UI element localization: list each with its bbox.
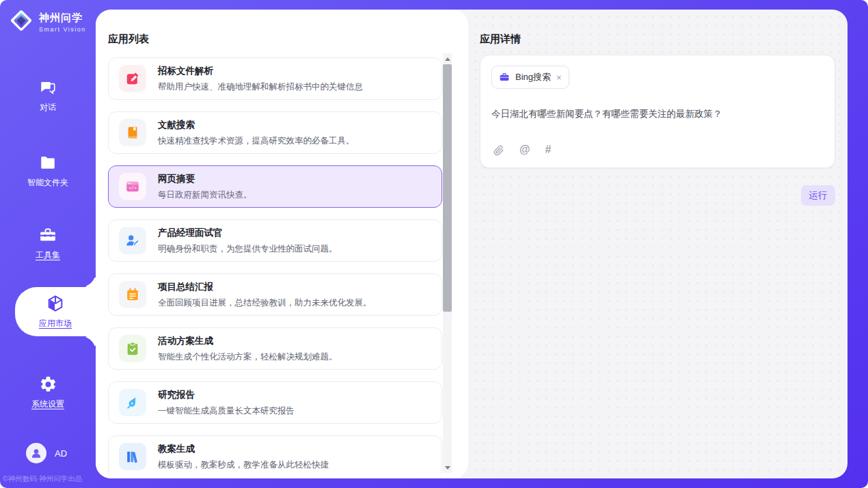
- sidebar-item-label: 对话: [40, 102, 56, 113]
- app-list-item[interactable]: 产品经理面试官 明确身份和职责，为您提供专业性的面试问题。: [108, 219, 442, 262]
- app-name: 文献搜索: [158, 119, 355, 131]
- copyright: ©神州数码·神州问学出品: [3, 474, 82, 484]
- clipboard-check-icon: [119, 335, 146, 362]
- sidebar-item-smart-folder[interactable]: 智能文件夹: [0, 146, 96, 195]
- sidebar-item-label: 应用市场: [39, 318, 72, 329]
- app-description: 智能生成个性化活动方案，轻松解决规划难题。: [158, 351, 338, 363]
- chat-icon: [38, 78, 57, 97]
- app-name: 教案生成: [158, 443, 329, 455]
- scrollbar-thumb[interactable]: [443, 64, 452, 312]
- run-button[interactable]: 运行: [801, 185, 835, 206]
- sidebar-item-app-market[interactable]: 应用市场: [15, 287, 96, 336]
- sidebar-item-label: 智能文件夹: [27, 177, 68, 189]
- scroll-down-button[interactable]: [443, 463, 452, 472]
- toolbox-icon: [38, 226, 57, 245]
- app-description: 模板驱动，教案秒成，教学准备从此轻松快捷: [158, 459, 329, 471]
- ink-pen-icon: [119, 389, 146, 416]
- sidebar-item-settings[interactable]: 系统设置: [0, 368, 96, 417]
- app-description: 每日政府新闻资讯快查。: [158, 189, 252, 201]
- app-list-panel: 应用列表 招标文件解析 帮助用户快速、准确地理解和解析招标书中的关键信息 文献搜…: [96, 10, 468, 478]
- folder-icon: [38, 153, 57, 172]
- interviewer-icon: [119, 227, 146, 254]
- app-name: 网页摘要: [158, 173, 252, 185]
- user-account[interactable]: AD: [26, 443, 67, 463]
- user-name: AD: [55, 448, 67, 459]
- avatar[interactable]: [26, 443, 46, 463]
- app-detail-panel: 应用详情 Bing搜索 × 今日湖北有哪些新闻要点？有哪些需要关注的最新政策？ …: [468, 10, 847, 478]
- hash-icon[interactable]: #: [545, 144, 552, 156]
- scroll-up-button[interactable]: [443, 55, 452, 63]
- app-detail-title: 应用详情: [480, 33, 847, 46]
- app-description: 帮助用户快速、准确地理解和解析招标书中的关键信息: [158, 81, 363, 93]
- app-name: 产品经理面试官: [158, 227, 338, 239]
- cube-icon: [46, 294, 65, 313]
- app-list-item[interactable]: 招标文件解析 帮助用户快速、准确地理解和解析招标书中的关键信息: [108, 57, 442, 100]
- triangle-up-icon: [445, 57, 450, 61]
- sidebar-nav: 对话 智能文件夹 工具集 应用市场 系统设置: [0, 0, 96, 488]
- app-list-item[interactable]: 项目总结汇报 全面回顾项目进展，总结经验教训，助力未来优化发展。: [108, 273, 442, 316]
- app-name: 招标文件解析: [158, 65, 363, 77]
- sidebar-item-toolset[interactable]: 工具集: [0, 219, 96, 268]
- app-list-title: 应用列表: [108, 33, 468, 46]
- query-composer[interactable]: Bing搜索 × 今日湖北有哪些新闻要点？有哪些需要关注的最新政策？ @#: [480, 55, 835, 168]
- attachment-toolbar: @#: [493, 144, 552, 156]
- app-description: 一键智能生成高质量长文本研究报告: [158, 405, 295, 417]
- doc-edit-icon: [119, 65, 146, 92]
- app-list-item[interactable]: 活动方案生成 智能生成个性化活动方案，轻松解决规划难题。: [108, 327, 442, 370]
- sidebar-item-label: 系统设置: [31, 398, 64, 410]
- sidebar-item-dialog[interactable]: 对话: [0, 71, 96, 120]
- app-window: 神州问学 Smart Vision 对话 智能文件夹 工具集 应用市场 系统设置…: [0, 0, 868, 488]
- svg-text:</>: </>: [128, 185, 137, 191]
- app-name: 活动方案生成: [158, 335, 338, 347]
- books-icon: [119, 443, 146, 470]
- app-description: 快速精准查找学术资源，提高研究效率的必备工具。: [158, 135, 355, 147]
- query-input[interactable]: 今日湖北有哪些新闻要点？有哪些需要关注的最新政策？: [491, 107, 824, 121]
- app-list-item[interactable]: 研究报告 一键智能生成高质量长文本研究报告: [108, 381, 442, 424]
- app-list: 招标文件解析 帮助用户快速、准确地理解和解析招标书中的关键信息 文献搜索 快速精…: [108, 57, 442, 474]
- chip-close-icon[interactable]: ×: [556, 73, 562, 82]
- paperclip-icon[interactable]: [493, 144, 504, 156]
- scrollbar[interactable]: [443, 53, 452, 473]
- main-content: 应用列表 招标文件解析 帮助用户快速、准确地理解和解析招标书中的关键信息 文献搜…: [96, 10, 847, 478]
- app-description: 明确身份和职责，为您提供专业性的面试问题。: [158, 243, 338, 255]
- at-sign-icon[interactable]: @: [519, 144, 530, 156]
- app-name: 项目总结汇报: [158, 281, 372, 293]
- book-icon: [119, 119, 146, 146]
- app-list-item[interactable]: 教案生成 模板驱动，教案秒成，教学准备从此轻松快捷: [108, 435, 442, 474]
- person-icon: [29, 446, 43, 460]
- app-list-item[interactable]: 文献搜索 快速精准查找学术资源，提高研究效率的必备工具。: [108, 111, 442, 154]
- triangle-down-icon: [445, 466, 450, 470]
- app-name: 研究报告: [158, 389, 295, 401]
- sidebar: 神州问学 Smart Vision 对话 智能文件夹 工具集 应用市场 系统设置…: [0, 0, 96, 488]
- sidebar-item-label: 工具集: [36, 249, 60, 261]
- app-description: 全面回顾项目进展，总结经验教训，助力未来优化发展。: [158, 297, 372, 309]
- app-list-item[interactable]: </> 网页摘要 每日政府新闻资讯快查。: [108, 165, 442, 208]
- tool-chip-label: Bing搜索: [515, 71, 551, 83]
- briefcase-icon: [499, 72, 510, 83]
- calendar-note-icon: [119, 281, 146, 308]
- tool-chip-bing[interactable]: Bing搜索 ×: [491, 66, 569, 89]
- browser-code-icon: </>: [119, 173, 146, 200]
- gear-icon: [38, 375, 57, 394]
